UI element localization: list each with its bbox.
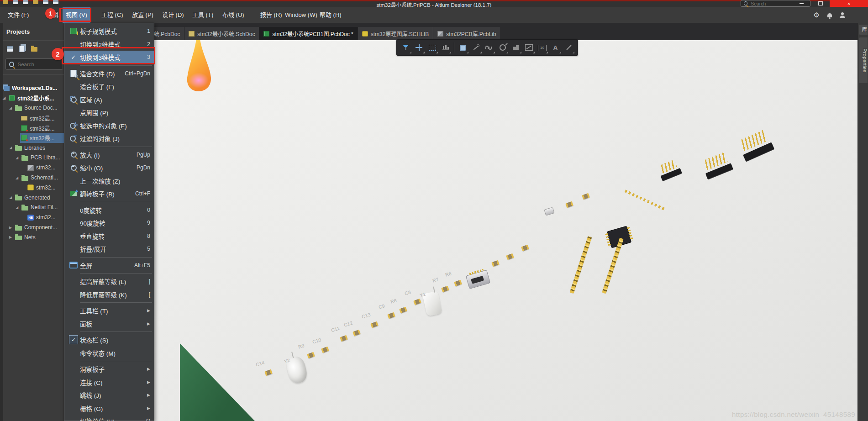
view-menu-item-29[interactable]: ✓状态栏 (S) <box>64 333 154 347</box>
expand-open-icon[interactable]: ◢ <box>16 156 21 160</box>
view-menu-item-18[interactable]: 垂直旋转8 <box>64 230 154 243</box>
maximize-button[interactable] <box>815 0 826 7</box>
view-menu-item-16[interactable]: 0度旋转0 <box>64 204 154 217</box>
histogram-icon[interactable] <box>439 42 452 54</box>
tune-icon[interactable] <box>483 42 495 54</box>
view-menu-item-13[interactable]: 上一次缩放 (Z) <box>64 174 154 188</box>
save-icon[interactable] <box>13 0 18 4</box>
line-icon[interactable] <box>563 42 575 54</box>
person-icon[interactable] <box>840 12 845 18</box>
expand-open-icon[interactable]: ◢ <box>3 96 9 100</box>
crosshair-icon[interactable] <box>413 42 425 54</box>
tree-item-2[interactable]: ◢Source Doc... <box>0 103 64 113</box>
view-menu-item-6[interactable]: 区域 (A) <box>64 93 154 106</box>
menubar-item-3[interactable]: 工程 (C) <box>98 7 126 23</box>
tree-item-10[interactable]: stm32... <box>0 183 64 193</box>
view-menu-item-36[interactable]: 切换单位 (U)Q <box>64 415 154 421</box>
copy-icon[interactable] <box>19 46 25 52</box>
view-menu-item-11[interactable]: 放大 (I)PgUp <box>64 148 154 162</box>
menubar-item-7[interactable]: 布线 (U) <box>219 7 247 23</box>
expand-open-icon[interactable]: ◢ <box>9 146 15 150</box>
document-tab-1[interactable]: stm32最小系统.SchDoc <box>184 27 259 40</box>
view-menu-item-30[interactable]: 命令状态 (M) <box>64 347 154 360</box>
tree-item-12[interactable]: ◢Netlist Fil... <box>0 203 64 213</box>
view-menu-item-5[interactable]: 适合板子 (F) <box>64 80 154 93</box>
view-menu-item-17[interactable]: 90度旋转9 <box>64 216 154 230</box>
gear-icon[interactable]: ⚙ <box>814 11 820 19</box>
folder-search-icon[interactable] <box>31 46 37 52</box>
tree-item-13[interactable]: NEstm32... <box>0 212 64 222</box>
menubar-item-6[interactable]: 工具 (T) <box>189 7 216 23</box>
selection-box-icon[interactable] <box>426 42 438 54</box>
tree-item-15[interactable]: ▶Nets <box>0 232 64 242</box>
panel-tab-library[interactable]: 库 <box>859 25 868 35</box>
expand-open-icon[interactable]: ◢ <box>16 205 21 210</box>
tree-item-3[interactable]: stm32最... <box>0 113 64 123</box>
polygon-icon[interactable] <box>510 42 522 54</box>
menubar-item-8[interactable]: 报告 (R) <box>257 7 285 23</box>
tree-item-11[interactable]: ◢Generated <box>0 193 64 203</box>
view-menu-item-32[interactable]: 洞察板子▶ <box>64 363 154 376</box>
undo-icon[interactable] <box>43 0 48 4</box>
menubar-item-5[interactable]: 设计 (D) <box>159 7 187 23</box>
menubar-item-2[interactable]: 视图 (V) <box>63 7 90 23</box>
tree-item-0[interactable]: Workspace1.Ds... <box>0 83 64 93</box>
save-icon[interactable] <box>7 46 13 52</box>
menubar-item-4[interactable]: 放置 (P) <box>129 7 157 23</box>
tree-item-9[interactable]: ◢Schemati... <box>0 173 64 183</box>
save-all-icon[interactable] <box>23 0 28 4</box>
tree-item-6[interactable]: ◢Libraries <box>0 143 64 153</box>
tree-item-7[interactable]: ◢PCB Libra... <box>0 153 64 163</box>
view-menu-item-2[interactable]: ✓切换到3维模式3 <box>64 51 154 64</box>
view-menu-item-23[interactable]: 提高屏蔽等级 (L)] <box>64 275 154 288</box>
view-menu-item-8[interactable]: 被选中的对象 (E) <box>64 119 154 132</box>
view-menu-item-24[interactable]: 降低屏蔽等级 (K)[ <box>64 288 154 301</box>
view-menu-item-35[interactable]: 栅格 (G)▶ <box>64 402 154 415</box>
folder-icon[interactable] <box>33 0 38 4</box>
expand-open-icon[interactable]: ◢ <box>16 176 21 180</box>
text-icon[interactable]: A <box>549 42 562 54</box>
projects-search-box[interactable] <box>5 58 63 70</box>
filter-icon[interactable] <box>400 42 412 54</box>
via-icon[interactable] <box>496 42 509 54</box>
expand-open-icon[interactable]: ◢ <box>9 195 15 200</box>
panel-tab-properties[interactable]: Properties <box>859 37 868 83</box>
dimension-icon[interactable]: 10 <box>536 42 548 54</box>
document-tab-2[interactable]: stm32最小系统PCB1图.PcbDoc * <box>259 27 358 40</box>
tree-item-14[interactable]: ▶Component... <box>0 222 64 232</box>
expand-open-icon[interactable]: ◢ <box>9 106 15 110</box>
view-menu-item-33[interactable]: 连接 (C)▶ <box>64 376 154 389</box>
tree-item-8[interactable]: stm32... <box>0 163 64 173</box>
view-menu-item-9[interactable]: 过滤的对象 (J) <box>64 132 154 145</box>
menubar-item-9[interactable]: Window (W) <box>282 7 321 23</box>
view-menu-item-12[interactable]: 缩小 (O)PgDn <box>64 161 154 174</box>
menubar-item-0[interactable]: 文件 (F) <box>5 7 32 23</box>
view-menu-item-21[interactable]: 全屏Alt+F5 <box>64 259 154 272</box>
view-menu-item-7[interactable]: 点周围 (P) <box>64 106 154 119</box>
document-tab-3[interactable]: stm32原理图库.SCHLIB <box>358 27 433 40</box>
expand-closed-icon[interactable]: ▶ <box>9 235 15 239</box>
view-menu-item-26[interactable]: 工具栏 (T)▶ <box>64 304 154 317</box>
component-icon[interactable] <box>457 42 469 54</box>
tree-item-1[interactable]: ◢stm32最小系... <box>0 93 64 103</box>
view-menu-item-0[interactable]: 板子规划模式1 <box>64 25 154 38</box>
bell-icon[interactable] <box>827 13 832 17</box>
projects-search-input[interactable] <box>17 61 59 68</box>
pcb-3d-viewport[interactable]: https://blog.csdn.net/weixin_45148589 <box>64 40 858 421</box>
close-button[interactable]: × <box>830 0 868 7</box>
tree-item-5[interactable]: stm32最... <box>0 133 64 143</box>
tree-item-4[interactable]: stm32最... <box>0 123 64 133</box>
menubar-item-10[interactable]: 帮助 (H) <box>316 7 345 23</box>
view-menu-item-34[interactable]: 跳线 (J)▶ <box>64 389 154 402</box>
trace-box-icon[interactable] <box>523 42 535 54</box>
route-icon[interactable] <box>470 42 482 54</box>
view-menu-item-14[interactable]: 翻转板子 (B)Ctrl+F <box>64 187 154 200</box>
view-menu-item-4[interactable]: 适合文件 (D)Ctrl+PgDn <box>64 67 154 80</box>
expand-closed-icon[interactable]: ▶ <box>9 226 15 230</box>
minimize-button[interactable] <box>796 0 806 7</box>
document-tab-4[interactable]: stm32PCB库.PcbLib <box>433 27 500 40</box>
view-menu-item-1[interactable]: 切换到2维模式2 <box>64 38 154 51</box>
view-menu-item-19[interactable]: 折叠/展开5 <box>64 242 154 256</box>
redo-icon[interactable] <box>53 0 58 4</box>
open-project-icon[interactable] <box>3 0 8 4</box>
